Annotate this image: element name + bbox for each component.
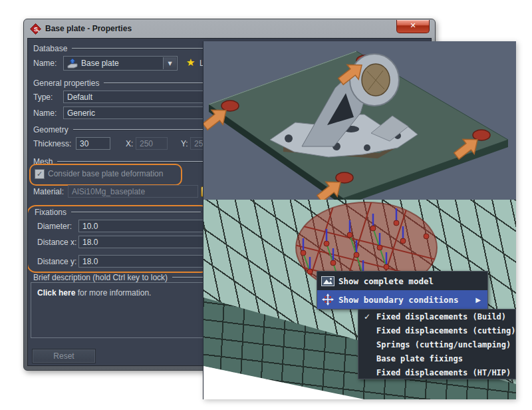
submenu-item-fixed-displacements-build[interactable]: ✓ Fixed displacements (Build) [358,310,515,324]
x-value: 250 [140,139,153,148]
menu-item-show-boundary-conditions[interactable]: Show boundary conditions ▶ [317,290,487,309]
click-here-link[interactable]: Click here [37,288,75,298]
x-label: X: [126,139,133,148]
database-name-combobox[interactable]: Base plate ▼ [63,56,178,71]
close-button[interactable]: ✕ [396,20,430,33]
deformation-checkbox[interactable]: ✓ [35,169,45,179]
figure-canvas: S + Base plate - Properties ✕ Database N… [0,0,532,410]
submenu-item-springs[interactable]: Springs (cutting/unclamping) [358,338,515,352]
diameter-label: Diameter: [37,222,72,231]
viewport-image[interactable]: Show complete model Show boundary condit… [203,41,516,399]
check-icon: ✓ [364,310,370,324]
submenu-item-fixed-displacements-cutting[interactable]: Fixed displacements (cutting) [358,324,515,338]
group-fixations: Fixations [35,208,201,217]
distance-x-field[interactable]: 18.0 [78,236,209,248]
deformation-checkbox-label: Consider base plate deformation [48,169,163,178]
distance-y-label: Distance y: [37,257,76,266]
reset-button-label: Reset [53,351,74,361]
general-name-value: Generic [67,108,95,118]
base-plate-icon [67,59,78,69]
diameter-value: 10.0 [82,222,98,231]
image-icon [317,276,338,286]
submenu-item-label: Fixed displacements (Build) [376,312,506,321]
submenu-item-base-plate-fixings[interactable]: Base plate fixings [358,352,515,366]
baseplate-render [203,41,516,201]
app-icon: S + [30,23,41,35]
menu-item-show-complete-model[interactable]: Show complete model [317,272,487,290]
description-text: for more information. [75,288,151,298]
diameter-field[interactable]: 10.0 [78,220,209,232]
submenu-item-fixed-displacements-ht-hip[interactable]: Fixed displacements (HT/HIP) [358,366,515,380]
move-icon [317,294,338,306]
checkbox-check-icon: ✓ [37,170,43,178]
group-geometry-label: Geometry [33,125,68,134]
window-title: Base plate - Properties [45,24,132,33]
group-general-label: General properties [33,79,99,88]
context-submenu: ✓ Fixed displacements (Build) Fixed disp… [358,309,516,379]
type-value: Default [67,93,92,102]
submenu-arrow-icon: ▶ [475,296,481,304]
distance-x-label: Distance x: [37,238,76,247]
distance-y-field[interactable]: 18.0 [78,255,209,268]
menu-item-label: Show boundary conditions [338,295,459,305]
menu-item-label: Show complete model [338,276,434,286]
submenu-item-label: Base plate fixings [376,354,463,363]
chevron-down-icon: ▼ [168,61,172,67]
group-line [71,212,201,213]
reset-button[interactable]: Reset [32,349,96,363]
x-field: 250 [136,137,168,150]
svg-text:+: + [37,29,40,33]
material-value: AlSi10Mg_baseplate [72,187,145,196]
distance-y-value: 18.0 [82,257,98,266]
submenu-item-label: Fixed displacements (HT/HIP) [376,368,511,377]
context-menu: Show complete model Show boundary condit… [317,271,488,309]
group-database-label: Database [33,44,67,53]
material-field: AlSi10Mg_baseplate [68,185,198,198]
titlebar[interactable]: S + Base plate - Properties ✕ [24,19,435,38]
database-name-value: Base plate [81,59,119,68]
general-name-label: Name: [33,108,57,118]
scene-baseplate-render[interactable] [203,41,516,201]
name-label: Name: [33,59,57,68]
library-star-icon[interactable]: ★ [186,57,195,69]
submenu-item-label: Springs (cutting/unclamping) [376,340,511,349]
group-description-label: Brief description (hold Ctrl key to lock… [33,273,168,282]
y-label: Y: [181,139,188,148]
submenu-item-label: Fixed displacements (cutting) [376,326,516,335]
dropdown-button[interactable]: ▼ [163,57,176,69]
thickness-field[interactable]: 30 [76,137,110,150]
close-icon: ✕ [410,21,416,30]
material-label: Material: [33,187,64,196]
thickness-label: Thickness: [33,139,71,148]
group-fixations-label: Fixations [35,208,66,217]
type-label: Type: [33,93,53,102]
thickness-value: 30 [80,139,88,148]
distance-x-value: 18.0 [82,238,98,247]
